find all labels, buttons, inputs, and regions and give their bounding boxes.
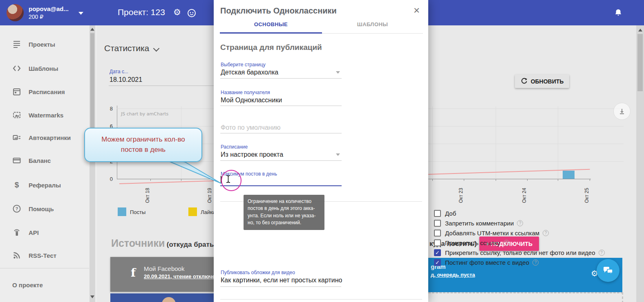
sidebar-item-label: Шаблоны <box>29 65 58 72</box>
schedule-select[interactable]: Из настроек проекта <box>221 151 283 158</box>
avatar <box>162 297 176 302</box>
close-icon[interactable]: × <box>414 4 420 17</box>
user-email[interactable]: popova@ad... <box>29 5 69 12</box>
sidebar-item-label: Автокартинки <box>29 134 71 141</box>
checkbox-row[interactable]: Прикрепить ссылку, только если нет фото … <box>434 248 605 257</box>
refresh-button[interactable]: ОБНОВИТЬ <box>515 74 569 88</box>
dollar-icon: $ <box>12 180 21 189</box>
modal-title: Подключить Одноклассники <box>220 6 337 16</box>
recipient-name-label: Название получателя <box>221 90 270 95</box>
recipient-name-input[interactable]: Мой Одноклассники <box>221 97 282 104</box>
checkbox-checked[interactable] <box>434 259 441 266</box>
max-posts-tooltip: Ограничение на количество постов в день … <box>244 195 324 230</box>
gear-icon[interactable]: ⚙ <box>173 7 181 17</box>
posts-bar[interactable] <box>563 171 575 179</box>
stats-title[interactable]: Статистика <box>104 43 159 53</box>
account-caret-icon[interactable] <box>78 12 83 15</box>
sidebar-item-autoimages[interactable]: Автокартинки <box>12 133 71 142</box>
avatar[interactable] <box>7 4 24 21</box>
checkbox[interactable] <box>434 239 441 246</box>
checkbox-row[interactable]: Доб <box>434 209 456 218</box>
schedule-select-label: Расписание <box>221 144 248 150</box>
sidebar-item-projects[interactable]: Проекты <box>12 40 55 49</box>
sidebar-item-balance[interactable]: Баланс <box>12 156 51 165</box>
sidebar-item-rss-test[interactable]: RSS-Тест <box>12 251 56 260</box>
legend-posts-label[interactable]: Посты <box>130 209 145 215</box>
field-underline <box>220 106 342 106</box>
sidebar-item-api[interactable]: API <box>12 228 39 237</box>
chat-icon <box>603 266 613 275</box>
sidebar-scrollbar[interactable] <box>89 25 95 302</box>
scrollbar-thumb[interactable] <box>637 34 643 91</box>
checkbox-row[interactable]: Добавлять UTM-метки к ссылкам ? <box>434 228 549 237</box>
chevron-down-icon <box>336 71 340 74</box>
tab-main[interactable]: ОСНОВНЫЕ <box>220 21 322 27</box>
checkbox[interactable] <box>434 230 441 237</box>
scroll-up-icon[interactable] <box>90 28 94 31</box>
help-icon[interactable]: ? <box>517 220 523 226</box>
rss-icon <box>12 251 21 260</box>
sidebar-item-label: Watermarks <box>29 112 63 119</box>
sidebar-about-link[interactable]: О проекте <box>12 282 43 288</box>
project-title[interactable]: Проект: 123 <box>118 7 165 17</box>
page-select-label: Выберите страницу <box>221 62 266 68</box>
checkbox-label: Прикрепить ссылку <box>445 239 500 246</box>
face-icon[interactable] <box>187 9 196 19</box>
bell-icon[interactable] <box>614 8 623 19</box>
chat-fab[interactable] <box>597 259 619 282</box>
scroll-up-icon[interactable] <box>638 29 642 32</box>
help-icon[interactable]: ? <box>599 250 605 256</box>
help-icon[interactable]: ? <box>543 230 549 236</box>
chevron-down-icon <box>336 153 340 156</box>
refresh-label: ОБНОВИТЬ <box>531 78 564 85</box>
image-frame-icon <box>12 110 21 119</box>
sidebar-item-templates[interactable]: Шаблоны <box>12 64 58 73</box>
calendar-icon <box>12 87 21 96</box>
facebook-card-title: Мой Facebook <box>144 265 184 272</box>
chart-download-button[interactable] <box>613 103 631 120</box>
list-icon <box>12 40 21 49</box>
sidebar-item-watermarks[interactable]: Watermarks <box>12 110 63 119</box>
legend-likes-label[interactable]: Лайки <box>201 209 215 215</box>
ibeam-cursor <box>226 175 231 183</box>
video-covers-select[interactable]: Как картинки, если нет простых картино <box>221 277 342 284</box>
legend-posts-swatch[interactable] <box>118 207 126 216</box>
checkbox-row[interactable]: Постинг фото вместе с видео ? <box>434 258 539 267</box>
svg-text:?: ? <box>16 206 18 211</box>
callout-bubble: Можем ограничить кол-во постов в день <box>84 128 202 162</box>
checkbox-row[interactable]: Прикрепить ссылку ? <box>434 238 510 247</box>
help-icon: ? <box>12 204 21 213</box>
connect-odnoklassniki-modal: Подключить Одноклассники × ОСНОВНЫЕ ШАБЛ… <box>214 0 428 302</box>
video-covers-label: Публиковать обложки для видео <box>221 270 295 275</box>
page-select[interactable]: Детская барахолка <box>221 69 278 76</box>
checkbox-label: Постинг фото вместе с видео <box>445 259 529 266</box>
section-heading: Страница для публикаций <box>220 43 322 52</box>
active-tab-underline <box>220 32 322 34</box>
sidebar-item-referrals[interactable]: $ Рефералы <box>12 180 61 189</box>
help-icon[interactable]: ? <box>503 240 510 246</box>
checkbox[interactable] <box>434 210 441 217</box>
sidebar-item-schedules[interactable]: Расписания <box>12 87 65 96</box>
sidebar-item-label: Расписания <box>29 88 65 95</box>
facebook-card-status-link[interactable]: 20.09.2021, чтение отключе <box>144 273 215 279</box>
checkbox[interactable] <box>434 220 441 227</box>
card-status-link[interactable]: д, очередь пуста <box>431 272 475 278</box>
antenna-icon <box>12 228 21 237</box>
checkbox-row[interactable]: Запретить комментарии ? <box>434 219 523 228</box>
help-icon[interactable]: ? <box>532 259 539 266</box>
date-from-input[interactable]: 18.10.2021 <box>110 76 142 83</box>
refresh-icon <box>521 78 528 85</box>
main-scrollbar[interactable] <box>636 25 644 302</box>
date-from-label: Дата с... <box>110 69 128 74</box>
click-highlight-ring <box>221 170 242 191</box>
sidebar-item-help[interactable]: ? Помощь <box>12 204 54 213</box>
default-photo-input[interactable]: Фото по умолчанию <box>221 124 281 131</box>
sidebar-item-label: Рефералы <box>29 182 61 189</box>
scroll-down-icon[interactable] <box>90 295 94 298</box>
field-underline <box>220 78 342 79</box>
legend-likes-swatch[interactable] <box>188 207 197 216</box>
tab-templates[interactable]: ШАБЛОНЫ <box>322 21 423 27</box>
field-underline <box>220 133 342 133</box>
checkbox-checked[interactable] <box>434 249 441 256</box>
checkbox-label: Добавлять UTM-метки к ссылкам <box>445 230 539 237</box>
